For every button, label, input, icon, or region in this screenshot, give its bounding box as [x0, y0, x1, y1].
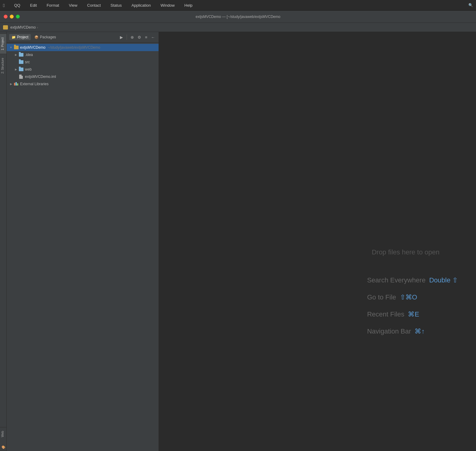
- project-panel: 📁 Project 📦 Packages ▶ ⊕ ⚙ ≡ ← ▼: [7, 32, 159, 451]
- iml-expand-arrow: ▶: [14, 75, 18, 78]
- go-to-file-label: Go to File: [367, 293, 396, 301]
- root-folder-icon: [14, 45, 19, 50]
- tree-item-external-libraries[interactable]: ▶ External Libraries: [7, 80, 159, 88]
- breadcrumb-separator: ›: [37, 26, 38, 29]
- menubar-search-icon: 🔍: [468, 3, 473, 7]
- bottom-icon: 🎨: [2, 446, 5, 449]
- idea-expand-arrow[interactable]: ▶: [14, 53, 18, 56]
- menu-edit[interactable]: Edit: [28, 2, 39, 9]
- menu-help[interactable]: Help: [183, 2, 194, 9]
- traffic-light-maximize[interactable]: [16, 15, 20, 19]
- src-expand-arrow: ▶: [14, 61, 18, 64]
- left-tabs: 1: Project 2: Structure Web 🎨: [0, 32, 7, 451]
- menu-format[interactable]: Format: [45, 2, 61, 9]
- menu-contact[interactable]: Contact: [85, 2, 103, 9]
- tree-container: ▼ extjsMVCDemo ~/study/javaweb/extjsMVCD…: [7, 43, 159, 451]
- web-expand-arrow[interactable]: ▶: [14, 68, 18, 71]
- tree-item-src[interactable]: ▶ src: [7, 58, 159, 66]
- web-folder-icon: [19, 67, 23, 72]
- web-tab-label: Web: [1, 431, 4, 437]
- search-everywhere-label: Search Everywhere: [367, 276, 425, 284]
- web-label: web: [25, 67, 32, 72]
- tree-item-idea[interactable]: ▶ .idea: [7, 51, 159, 58]
- navigation-bar-key: ⌘↑: [415, 327, 425, 335]
- toolbar-locate-button[interactable]: ⊕: [129, 34, 135, 40]
- iml-file-icon: [19, 75, 23, 79]
- src-label: src: [25, 60, 30, 64]
- project-tab-label: 1: Project: [1, 37, 4, 50]
- structure-tab-label: 2: Structure: [1, 58, 4, 74]
- sidebar-item-project[interactable]: 1: Project: [0, 33, 6, 54]
- shortcut-recent-files: Recent Files ⌘E: [367, 310, 458, 318]
- menu-bar:  QQ Edit Format View Contact Status App…: [0, 0, 476, 11]
- root-sublabel: ~/study/javaweb/extjsMVCDemo: [47, 45, 100, 50]
- extlib-label: External Libraries: [20, 82, 48, 86]
- main-layout: 1: Project 2: Structure Web 🎨 📁 Project …: [0, 32, 476, 451]
- src-folder-icon: [19, 60, 23, 64]
- toolbar-settings-button[interactable]: ≡: [144, 34, 149, 40]
- project-folder-icon: [3, 25, 8, 30]
- title-bar: extjsMVCDemo — [~/study/javaweb/extjsMVC…: [0, 11, 476, 23]
- sidebar-item-structure[interactable]: 2: Structure: [0, 54, 6, 77]
- sidebar-item-web[interactable]: Web: [0, 427, 6, 441]
- recent-files-label: Recent Files: [367, 310, 404, 318]
- traffic-lights: [4, 15, 20, 19]
- go-to-file-key: ⇧⌘O: [400, 293, 417, 301]
- tree-item-iml[interactable]: ▶ extjsMVCDemo.iml: [7, 73, 159, 80]
- traffic-light-minimize[interactable]: [10, 15, 14, 19]
- idea-label: .idea: [25, 53, 33, 57]
- packages-tab-icon: 📦: [34, 35, 39, 39]
- menu-application[interactable]: Application: [130, 2, 153, 9]
- breadcrumb-project[interactable]: extjsMVCDemo: [10, 25, 36, 30]
- extlib-expand-arrow[interactable]: ▶: [9, 82, 13, 86]
- panel-toolbar: 📁 Project 📦 Packages ▶ ⊕ ⚙ ≡ ←: [7, 32, 159, 43]
- menu-qq[interactable]: QQ: [12, 2, 22, 9]
- idea-folder-icon: [19, 53, 23, 57]
- toolbar-play-button[interactable]: ▶: [119, 34, 124, 40]
- menu-view[interactable]: View: [67, 2, 79, 9]
- menu-status[interactable]: Status: [109, 2, 124, 9]
- menubar-right: 🔍: [468, 3, 473, 7]
- menu-window[interactable]: Window: [159, 2, 177, 9]
- shortcut-navigation-bar: Navigation Bar ⌘↑: [367, 327, 458, 335]
- editor-area: Search Everywhere Double ⇧ Go to File ⇧⌘…: [159, 32, 476, 451]
- toolbar-separator: [127, 34, 127, 40]
- traffic-light-close[interactable]: [4, 15, 8, 19]
- shortcut-search-everywhere: Search Everywhere Double ⇧: [367, 276, 458, 284]
- tab-packages[interactable]: 📦 Packages: [32, 34, 58, 40]
- svg-rect-2: [17, 83, 18, 86]
- tree-item-web[interactable]: ▶ web: [7, 66, 159, 73]
- tab-packages-label: Packages: [40, 35, 56, 39]
- toolbar-gear-button[interactable]: ⚙: [136, 34, 142, 40]
- breadcrumb-bar: extjsMVCDemo ›: [0, 23, 476, 32]
- svg-rect-1: [16, 82, 17, 86]
- iml-label: extjsMVCDemo.iml: [25, 75, 56, 79]
- search-everywhere-key: Double ⇧: [429, 276, 458, 284]
- shortcut-list: Search Everywhere Double ⇧ Go to File ⇧⌘…: [367, 276, 458, 335]
- toolbar-collapse-button[interactable]: ←: [150, 34, 156, 40]
- window-title: extjsMVCDemo — [~/study/javaweb/extjsMVC…: [196, 15, 280, 19]
- extlib-icon: [14, 82, 19, 86]
- shortcut-go-to-file: Go to File ⇧⌘O: [367, 293, 458, 301]
- root-expand-arrow[interactable]: ▼: [9, 46, 13, 49]
- apple-logo[interactable]: : [3, 3, 5, 8]
- root-label: extjsMVCDemo: [20, 45, 45, 50]
- drop-files-text: Drop files here to open: [372, 248, 439, 256]
- tab-project-label: Project: [17, 35, 28, 39]
- tree-root-item[interactable]: ▼ extjsMVCDemo ~/study/javaweb/extjsMVCD…: [7, 44, 159, 51]
- recent-files-key: ⌘E: [408, 310, 419, 318]
- svg-rect-0: [14, 83, 15, 86]
- sidebar-icon-bottom[interactable]: 🎨: [0, 444, 6, 451]
- project-tab-icon: 📁: [12, 35, 16, 39]
- navigation-bar-label: Navigation Bar: [367, 327, 411, 335]
- tab-project[interactable]: 📁 Project: [9, 34, 31, 40]
